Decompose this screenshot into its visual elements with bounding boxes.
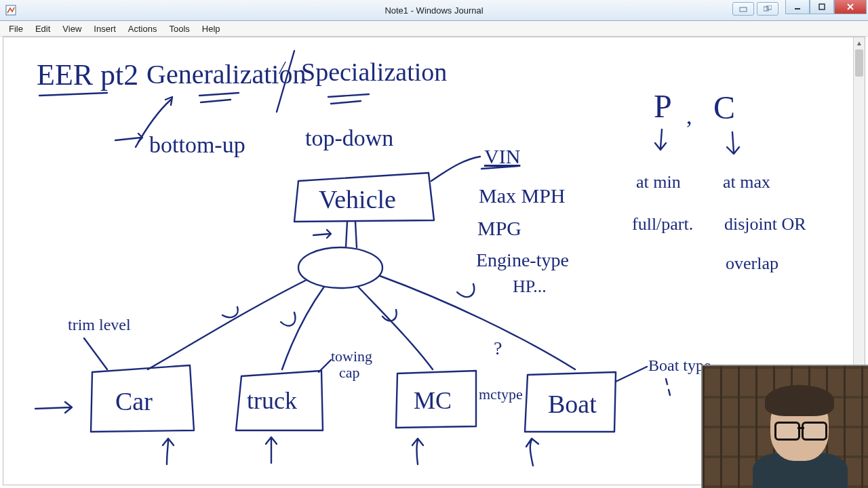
- ink-legend-c: C: [713, 89, 735, 125]
- aux-window-buttons: [732, 2, 778, 16]
- app-window: Note1 - Windows Journal File Edit View I…: [0, 0, 868, 488]
- ink-towingcap-1: towing: [331, 348, 372, 365]
- svg-rect-3: [767, 5, 772, 9]
- ink-mc-q: ?: [494, 338, 502, 359]
- menubar: File Edit View Insert Actions Tools Help: [0, 21, 868, 37]
- ink-truck: truck: [247, 387, 297, 414]
- menu-view[interactable]: View: [56, 22, 87, 35]
- ink-towingcap-2: cap: [339, 364, 360, 381]
- ink-car: Car: [115, 387, 153, 415]
- scroll-up-icon[interactable]: ▲: [854, 37, 865, 48]
- ink-c-line1: at max: [723, 172, 770, 192]
- ink-attr-hp: HP...: [513, 277, 547, 296]
- webcam-person: [749, 385, 850, 487]
- ink-attr-vin: VIN: [484, 145, 520, 167]
- svg-point-8: [298, 247, 382, 288]
- ink-p-line2: full/part.: [632, 214, 693, 234]
- svg-rect-1: [740, 7, 747, 12]
- menu-file[interactable]: File: [3, 22, 29, 35]
- ink-mctype: mctype: [479, 386, 523, 403]
- ink-p-line1: at min: [636, 172, 681, 192]
- ink-heading: EER pt2: [37, 58, 138, 92]
- menu-tools[interactable]: Tools: [163, 22, 195, 35]
- ink-attr-maxmph: Max MPH: [479, 184, 566, 207]
- menu-insert[interactable]: Insert: [87, 22, 122, 35]
- svg-rect-5: [819, 4, 825, 9]
- aux-button-1[interactable]: [732, 2, 754, 16]
- webcam-overlay: [701, 365, 868, 488]
- ink-c-line2: disjoint OR: [724, 214, 806, 234]
- ink-attr-engine: Engine-type: [476, 249, 569, 270]
- aux-button-2[interactable]: [757, 2, 778, 16]
- minimize-button[interactable]: [785, 0, 810, 14]
- close-button[interactable]: [834, 0, 867, 14]
- titlebar: Note1 - Windows Journal: [0, 0, 868, 21]
- ink-mc: MC: [414, 387, 452, 414]
- menu-help[interactable]: Help: [196, 22, 226, 35]
- menu-edit[interactable]: Edit: [29, 22, 56, 35]
- ink-top-down: top-down: [305, 125, 393, 150]
- ink-bottom-up: bottom-up: [149, 132, 245, 157]
- ink-specialization: Specialization: [301, 58, 447, 86]
- window-controls: [785, 0, 867, 15]
- svg-rect-2: [764, 7, 768, 11]
- maximize-button[interactable]: [810, 0, 834, 14]
- ink-c-line3: overlap: [726, 253, 778, 273]
- ink-legend-p: P: [654, 88, 672, 124]
- ink-trimlevel: trim level: [68, 316, 131, 333]
- ink-attr-mpg: MPG: [477, 217, 521, 239]
- ink-legend-comma: ,: [686, 104, 692, 129]
- ink-boat: Boat: [548, 390, 597, 418]
- app-icon: [3, 2, 19, 18]
- scroll-thumb[interactable]: [855, 49, 863, 77]
- menu-actions[interactable]: Actions: [122, 22, 163, 35]
- ink-vehicle: Vehicle: [319, 185, 396, 214]
